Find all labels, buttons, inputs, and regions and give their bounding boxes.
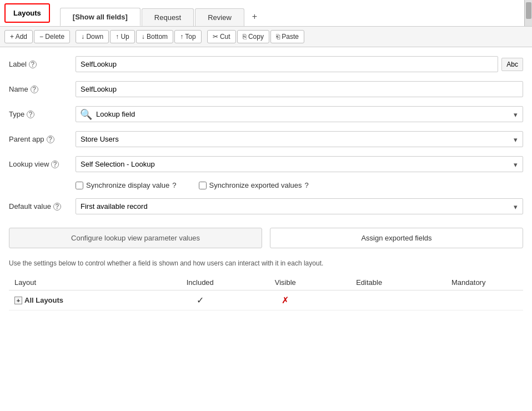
col-header-layout: Layout bbox=[9, 275, 154, 290]
label-row: Label ? Abc bbox=[9, 56, 523, 72]
lookup-view-row: Lookup view ? Self Selection - Lookup ▾ bbox=[9, 156, 523, 172]
type-select[interactable]: Lookup field bbox=[76, 106, 523, 122]
checkboxes-row: Synchronize display value ? Synchronize … bbox=[76, 181, 523, 189]
all-layouts-label: All Layouts bbox=[24, 296, 63, 304]
default-value-label: Default value ? bbox=[9, 202, 76, 210]
parent-app-help-icon[interactable]: ? bbox=[47, 136, 54, 143]
default-value-row: Default value ? First available record ▾ bbox=[9, 198, 523, 214]
default-value-help-icon[interactable]: ? bbox=[53, 203, 61, 210]
col-header-included: Included bbox=[154, 275, 247, 290]
layouts-button[interactable]: Layouts bbox=[4, 3, 50, 23]
lookup-view-select-wrapper: Self Selection - Lookup ▾ bbox=[76, 156, 523, 172]
bottom-button[interactable]: ↓ Bottom bbox=[136, 30, 173, 43]
lookup-icon: 🔍 bbox=[80, 108, 92, 121]
default-value-select[interactable]: First available record bbox=[76, 198, 523, 214]
visible-x: ✗ bbox=[282, 295, 289, 305]
table-row: + All Layouts ✓ ✗ bbox=[9, 290, 523, 310]
toolbar: + Add − Delete ↓ Down ↑ Up ↓ Bottom ↑ To… bbox=[0, 27, 532, 47]
expand-icon: + bbox=[14, 297, 22, 304]
assign-exported-fields-button[interactable]: Assign exported fields bbox=[270, 228, 523, 248]
type-row: Type ? 🔍 Lookup field ▾ bbox=[9, 106, 523, 122]
configure-lookup-button[interactable]: Configure lookup view parameter values bbox=[9, 228, 262, 248]
type-help-icon[interactable]: ? bbox=[27, 111, 34, 118]
add-button[interactable]: + Add bbox=[4, 30, 33, 43]
top-nav: Layouts [Show all fields] Request Review… bbox=[0, 0, 532, 27]
sync-exported-help-icon[interactable]: ? bbox=[304, 181, 308, 189]
sync-exported-label: Synchronize exported values bbox=[209, 181, 302, 189]
abc-button[interactable]: Abc bbox=[501, 58, 523, 71]
name-help-icon[interactable]: ? bbox=[31, 86, 38, 93]
col-header-editable: Editable bbox=[324, 275, 414, 290]
paste-button[interactable]: ⎗ Paste bbox=[270, 30, 304, 43]
name-input[interactable] bbox=[76, 81, 523, 97]
sync-display-help-icon[interactable]: ? bbox=[172, 181, 176, 189]
parent-app-row: Parent app ? Store Users ▾ bbox=[9, 131, 523, 147]
tab-area: [Show all fields] Request Review + bbox=[54, 0, 524, 26]
type-field-label: Type ? bbox=[9, 110, 76, 118]
editable-cell bbox=[324, 290, 414, 310]
parent-app-select-wrapper: Store Users ▾ bbox=[76, 131, 523, 147]
default-value-select-wrapper: First available record ▾ bbox=[76, 198, 523, 214]
col-header-visible: Visible bbox=[247, 275, 324, 290]
layout-cell: + All Layouts bbox=[9, 290, 154, 310]
mandatory-cell bbox=[414, 290, 523, 310]
lookup-view-label: Lookup view ? bbox=[9, 160, 76, 168]
included-cell: ✓ bbox=[154, 290, 247, 310]
included-check: ✓ bbox=[197, 295, 204, 305]
label-help-icon[interactable]: ? bbox=[29, 61, 37, 68]
sync-display-label: Synchronize display value bbox=[86, 181, 169, 189]
type-select-wrapper: 🔍 Lookup field ▾ bbox=[76, 106, 523, 122]
info-text: Use the settings below to control whethe… bbox=[9, 259, 523, 267]
down-button[interactable]: ↓ Down bbox=[76, 30, 109, 43]
name-row: Name ? bbox=[9, 81, 523, 97]
col-header-mandatory: Mandatory bbox=[414, 275, 523, 290]
layout-table: Layout Included Visible Editable Mandato… bbox=[9, 275, 523, 310]
visible-cell: ✗ bbox=[247, 290, 324, 310]
up-button[interactable]: ↑ Up bbox=[110, 30, 135, 43]
copy-button[interactable]: ⎘ Copy bbox=[237, 30, 269, 43]
sync-display-group: Synchronize display value ? bbox=[76, 181, 177, 189]
delete-button[interactable]: − Delete bbox=[34, 30, 70, 43]
top-button[interactable]: ↑ Top bbox=[174, 30, 201, 43]
expand-all-layouts[interactable]: + All Layouts bbox=[14, 296, 63, 304]
parent-app-label: Parent app ? bbox=[9, 135, 76, 143]
lookup-view-help-icon[interactable]: ? bbox=[51, 161, 59, 168]
cut-button[interactable]: ✂ Cut bbox=[207, 30, 236, 43]
parent-app-select[interactable]: Store Users bbox=[76, 131, 523, 147]
sync-exported-checkbox[interactable] bbox=[199, 182, 207, 189]
lookup-view-select[interactable]: Self Selection - Lookup bbox=[76, 156, 523, 172]
add-tab-button[interactable]: + bbox=[245, 7, 264, 26]
tab-review[interactable]: Review bbox=[195, 8, 244, 26]
label-field-label: Label ? bbox=[9, 60, 76, 68]
name-field-label: Name ? bbox=[9, 85, 76, 93]
action-buttons-row: Configure lookup view parameter values A… bbox=[9, 228, 523, 248]
main-content: Label ? Abc Name ? Type ? 🔍 bbox=[0, 47, 532, 325]
tab-request[interactable]: Request bbox=[142, 8, 194, 26]
label-input[interactable] bbox=[76, 56, 498, 72]
sync-display-checkbox[interactable] bbox=[76, 182, 83, 189]
tab-show-all-fields[interactable]: [Show all fields] bbox=[60, 8, 140, 26]
sync-exported-group: Synchronize exported values ? bbox=[199, 181, 309, 189]
